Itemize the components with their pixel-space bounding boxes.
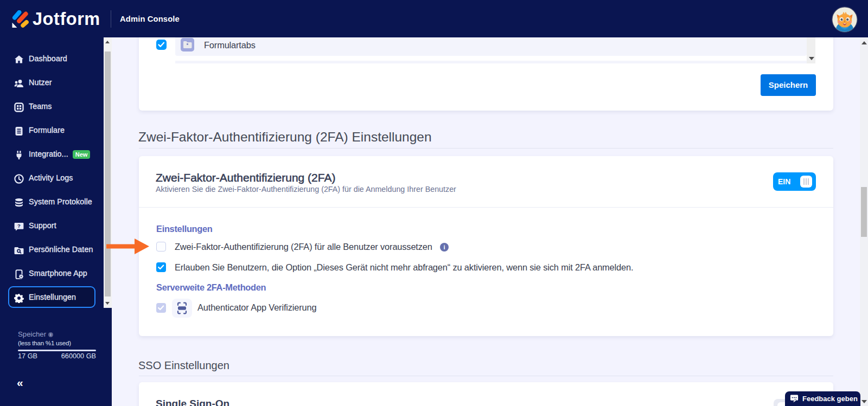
svg-text:?: ?	[17, 223, 21, 229]
